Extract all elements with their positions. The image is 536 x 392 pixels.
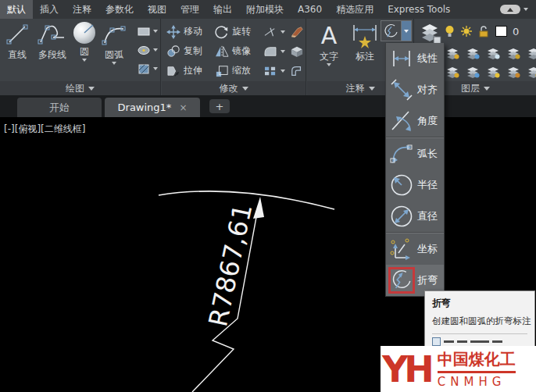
selection-highlight-box (388, 267, 415, 294)
trim-button[interactable] (263, 27, 290, 37)
rotate-icon (215, 25, 229, 39)
fillet-dropdown-icon[interactable] (281, 50, 285, 53)
ribbon-tab-view[interactable]: 视图 (141, 0, 173, 19)
fillet-button[interactable] (263, 46, 290, 57)
svg-text:A: A (321, 22, 338, 48)
dimension-type-dropdown-menu: 线性 对齐 角度 (385, 43, 445, 297)
fillet-icon (263, 46, 277, 57)
ellipse-button[interactable] (138, 41, 158, 59)
file-tab-drawing1[interactable]: Drawing1* × (105, 98, 200, 117)
file-tab-bar: 开始 Drawing1* × + (0, 95, 536, 117)
polyline-button[interactable]: 多段线 (36, 22, 69, 65)
hatch-icon (138, 63, 151, 75)
layer-tool-icon[interactable] (526, 66, 536, 79)
ribbon-tab-manage[interactable]: 管理 (173, 0, 206, 19)
layer-thaw-icon[interactable] (460, 25, 473, 37)
layer-tool-icon[interactable] (485, 47, 501, 60)
jogged-dimension-current-icon[interactable] (381, 21, 401, 41)
offset-button[interactable] (290, 65, 307, 77)
ribbon-tab-insert[interactable]: 插入 (33, 0, 66, 19)
draw-panel-label[interactable]: 绘图 (0, 81, 160, 95)
rectangle-icon (138, 27, 151, 37)
copy-button[interactable]: 复制 (166, 45, 215, 58)
menu-item-radius[interactable]: 半径 (386, 169, 444, 201)
circle-icon (73, 22, 95, 44)
ribbon-tab-output[interactable]: 输出 (206, 0, 239, 19)
text-dropdown-icon[interactable] (327, 63, 331, 66)
radius-dimension-text[interactable]: R7867,61 (202, 201, 258, 330)
ribbon-tab-addins[interactable]: 附加模块 (239, 0, 291, 19)
ordinate-dimension-icon (386, 236, 417, 262)
ribbon-tab-default[interactable]: 默认 (0, 0, 33, 19)
circle-dropdown-icon[interactable] (82, 59, 87, 62)
ribbon-tab-a360[interactable]: A360 (291, 0, 329, 19)
offset-icon (290, 65, 304, 77)
scale-button[interactable]: 缩放 (215, 64, 263, 77)
modify-panel-label[interactable]: 修改 (162, 81, 306, 95)
move-icon (166, 25, 180, 39)
close-tab-icon[interactable]: × (179, 102, 187, 113)
aligned-dimension-icon (386, 77, 417, 103)
polyline-icon (36, 22, 69, 47)
layer-tool-icon[interactable] (506, 47, 521, 60)
ribbon-tab-express-tools[interactable]: Express Tools (381, 0, 457, 19)
trim-dropdown-icon[interactable] (281, 30, 285, 34)
copy-icon (166, 45, 180, 58)
panel-expand-icon (88, 87, 95, 91)
erase-button[interactable] (290, 26, 307, 38)
panel-expand-icon (242, 87, 248, 91)
layer-tool-icon[interactable] (465, 66, 481, 79)
current-layer-name[interactable]: 0 (513, 26, 519, 37)
new-tab-button[interactable]: + (209, 99, 230, 113)
stretch-button[interactable]: 拉伸 (166, 64, 215, 77)
layer-color-swatch[interactable] (495, 26, 507, 37)
menu-item-angular[interactable]: 角度 (386, 105, 444, 137)
menu-item-arc-length[interactable]: 弧长 (386, 138, 444, 169)
dimension-button[interactable]: 标注 (348, 22, 382, 63)
tooltip-title: 折弯 (432, 297, 527, 310)
layer-tool-icon[interactable] (526, 47, 536, 60)
arc-dropdown-icon[interactable] (112, 62, 116, 65)
ribbon-tab-featured-apps[interactable]: 精选应用 (329, 0, 381, 19)
rotate-button[interactable]: 旋转 (215, 25, 263, 39)
layer-tool-icon[interactable] (506, 66, 521, 79)
dimension-type-dropdown-icon[interactable] (401, 21, 411, 41)
layer-unlock-icon[interactable] (478, 25, 490, 37)
ribbon-collapse-options-icon[interactable] (523, 8, 528, 11)
arc-button[interactable]: 圆弧 (100, 22, 128, 65)
dimension-type-split-button[interactable] (381, 20, 412, 41)
menu-item-diameter[interactable]: 直径 (386, 201, 444, 232)
draw-panel: 直线 多段线 (0, 19, 161, 95)
ribbon-tab-annotate[interactable]: 注释 (66, 0, 98, 19)
layer-on-icon[interactable] (445, 25, 455, 37)
mirror-button[interactable]: 镜像 (215, 45, 263, 58)
array-button[interactable] (263, 66, 290, 77)
rectangle-button[interactable] (138, 22, 158, 41)
file-tab-start[interactable]: 开始 (17, 98, 102, 117)
move-button[interactable]: 移动 (166, 25, 215, 39)
viewport-controls[interactable]: [-][俯视][二维线框] (4, 123, 85, 136)
layer-tool-icon[interactable] (465, 47, 481, 60)
ribbon-collapse-button[interactable] (500, 5, 520, 14)
line-button[interactable]: 直线 (3, 22, 31, 65)
layer-tool-icon[interactable] (445, 66, 460, 79)
collapse-arrow-icon (507, 8, 513, 12)
command-icon (432, 337, 441, 346)
layer-tool-icon[interactable] (445, 47, 460, 60)
menu-item-linear[interactable]: 线性 (386, 43, 444, 74)
array-dropdown-icon[interactable] (281, 69, 285, 73)
text-button[interactable]: A 文字 (313, 22, 345, 66)
arc-icon (100, 22, 128, 47)
watermark-subtitle: CNMHG (438, 375, 516, 389)
menu-item-ordinate[interactable]: 坐标 (386, 233, 444, 265)
ribbon-tab-parametric[interactable]: 参数化 (98, 0, 141, 19)
ellipse-icon (138, 45, 151, 55)
menu-item-aligned[interactable]: 对齐 (386, 74, 444, 105)
layer-tool-icon[interactable] (485, 66, 501, 79)
hatch-button[interactable] (138, 59, 158, 78)
explode-button[interactable] (290, 45, 307, 58)
ellipse-dropdown-icon[interactable] (153, 48, 158, 52)
rectangle-dropdown-icon[interactable] (153, 30, 158, 33)
hatch-dropdown-icon[interactable] (153, 67, 158, 70)
circle-button[interactable]: 圆 (73, 22, 95, 65)
